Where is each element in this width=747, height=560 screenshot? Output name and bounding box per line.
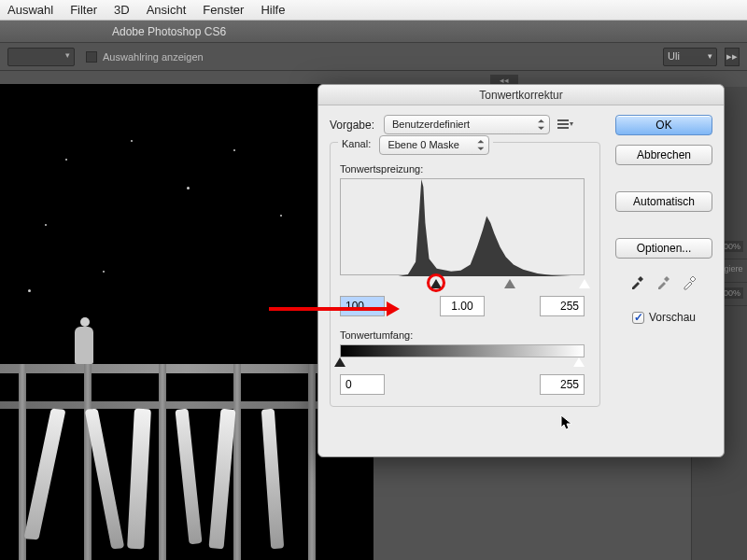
output-shadow-slider[interactable] xyxy=(334,357,345,367)
output-levels-label: Tonwertumfang: xyxy=(340,329,590,341)
preview-label: Vorschau xyxy=(649,311,696,324)
show-selection-ring-checkbox[interactable] xyxy=(86,51,97,63)
gamma-input[interactable] xyxy=(440,296,485,316)
channel-label: Kanal: xyxy=(342,138,371,149)
options-button[interactable]: Optionen... xyxy=(615,238,712,259)
output-shadow-input[interactable] xyxy=(340,374,385,395)
cursor-icon xyxy=(560,414,573,431)
menu-item[interactable]: Filter xyxy=(70,3,97,17)
show-selection-ring-label: Auswahlring anzeigen xyxy=(103,51,204,63)
histogram xyxy=(340,178,585,275)
app-title-bar: Adobe Photoshop CS6 xyxy=(0,21,747,43)
app-title: Adobe Photoshop CS6 xyxy=(112,25,226,38)
menu-item[interactable]: Auswahl xyxy=(7,3,53,17)
dialog-title: Tonwertkorrektur xyxy=(318,85,724,105)
output-highlight-slider[interactable] xyxy=(573,357,585,367)
menu-item[interactable]: Fenster xyxy=(203,3,244,17)
channel-groupbox: Kanal: Ebene 0 Maske Tonwertspreizung: xyxy=(330,142,600,407)
output-gradient xyxy=(340,344,585,357)
options-bar: Auswahlring anzeigen Uli ▸▸ xyxy=(0,43,747,71)
input-slider-track[interactable] xyxy=(340,279,585,290)
input-levels-label: Tonwertspreizung: xyxy=(340,163,590,175)
midtone-slider[interactable] xyxy=(504,279,515,288)
output-highlight-input[interactable] xyxy=(540,374,585,395)
menu-item[interactable]: Hilfe xyxy=(261,3,285,17)
ok-button[interactable]: OK xyxy=(615,115,712,135)
output-slider-track[interactable] xyxy=(340,357,585,369)
menu-item[interactable]: 3D xyxy=(114,3,130,17)
cancel-button[interactable]: Abbrechen xyxy=(615,145,712,165)
annotation-circle xyxy=(427,273,445,292)
white-eyedropper-icon[interactable] xyxy=(682,273,698,290)
preset-dropdown[interactable]: Benutzerdefiniert xyxy=(384,115,550,134)
gray-eyedropper-icon[interactable] xyxy=(655,273,672,290)
auto-button[interactable]: Automatisch xyxy=(615,191,712,212)
highlight-input[interactable] xyxy=(540,296,585,316)
workspace-dropdown[interactable]: Uli xyxy=(663,48,717,66)
annotation-arrow xyxy=(269,303,400,315)
channel-dropdown[interactable]: Ebene 0 Maske xyxy=(379,135,489,155)
panel-toggle-icon[interactable]: ▸▸ xyxy=(725,48,740,66)
black-eyedropper-icon[interactable] xyxy=(629,273,646,290)
preset-menu-icon[interactable] xyxy=(557,118,574,133)
menu-item[interactable]: Ansicht xyxy=(147,3,187,17)
preset-label: Vorgabe: xyxy=(330,119,384,132)
levels-dialog: Tonwertkorrektur Vorgabe: Benutzerdefini… xyxy=(317,84,725,457)
selection-dropdown[interactable] xyxy=(7,48,75,66)
mac-menubar[interactable]: Auswahl Filter 3D Ansicht Fenster Hilfe xyxy=(0,0,747,21)
highlight-slider[interactable] xyxy=(579,279,590,288)
preview-checkbox[interactable] xyxy=(632,312,644,324)
